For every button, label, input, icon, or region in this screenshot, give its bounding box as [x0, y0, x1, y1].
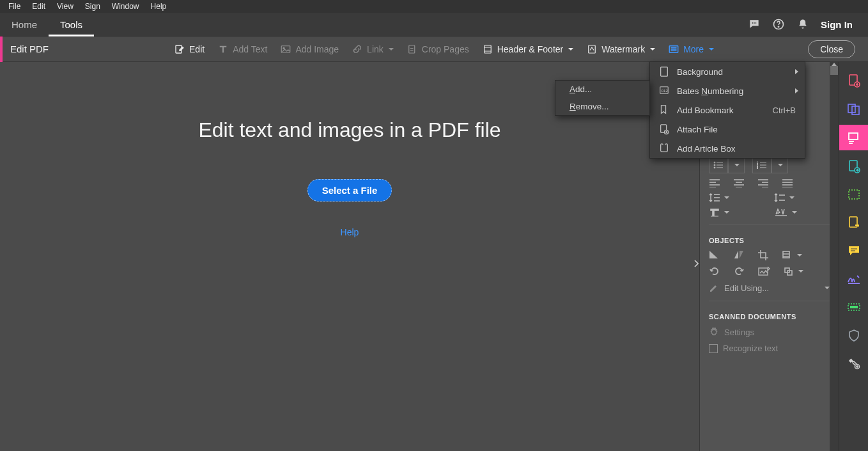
horizontal-scale-button[interactable] — [709, 208, 729, 217]
menu-bates-label: Bates Numbering — [677, 86, 743, 96]
help-link[interactable]: Help — [341, 227, 359, 237]
menu-bookmark[interactable]: Add Bookmark Ctrl+B — [650, 100, 805, 120]
menu-help[interactable]: Help — [145, 1, 173, 12]
tb-edit[interactable]: Edit — [174, 44, 205, 55]
tb-watermark[interactable]: Watermark — [586, 44, 655, 55]
crop-icon — [407, 44, 418, 55]
svg-point-0 — [752, 22, 754, 24]
tb-addimage[interactable]: Add Image — [280, 44, 339, 55]
spacing-row — [709, 193, 830, 203]
recognize-text-row[interactable]: Recognize text — [709, 344, 830, 353]
svg-rect-10 — [589, 45, 596, 53]
menu-file[interactable]: File — [3, 1, 26, 12]
bulleted-list-dropdown[interactable] — [728, 157, 745, 173]
more-icon — [668, 44, 679, 55]
close-button[interactable]: Close — [808, 40, 855, 58]
ts-protect-icon[interactable] — [847, 328, 861, 342]
watermark-icon — [586, 44, 598, 55]
arrange-button[interactable] — [782, 249, 802, 261]
numbered-list-button[interactable]: 123 — [752, 157, 771, 173]
ts-sticky-icon[interactable] — [847, 244, 861, 258]
svg-rect-29 — [849, 190, 859, 199]
submenu-remove[interactable]: Remove... — [555, 98, 649, 115]
ts-moretools-icon[interactable] — [847, 356, 861, 370]
submenu-add[interactable]: Add... — [555, 81, 649, 98]
select-file-button[interactable]: Select a File — [307, 179, 392, 202]
panel-scrollbar[interactable] — [830, 62, 839, 451]
ts-create-pdf-icon[interactable] — [847, 74, 861, 88]
signin-link[interactable]: Sign In — [821, 19, 853, 30]
tb-headerfooter[interactable]: Header & Footer — [482, 44, 574, 55]
crop-object-button[interactable] — [757, 249, 769, 261]
tb-addtext[interactable]: Add Text — [217, 44, 267, 55]
paragraph-spacing-button[interactable] — [774, 193, 794, 203]
align-row — [709, 178, 830, 187]
headerfooter-icon — [482, 44, 493, 55]
line-spacing-button[interactable] — [709, 193, 729, 203]
scanned-section-label: SCANNED DOCUMENTS — [709, 313, 830, 320]
numbered-list-dropdown[interactable] — [771, 157, 788, 173]
more-caret-icon — [709, 48, 714, 51]
article-icon — [659, 143, 670, 154]
menu-article[interactable]: Add Article Box — [650, 139, 805, 158]
ts-combine-icon[interactable] — [847, 102, 861, 116]
bates-submenu: Add... Remove... — [555, 80, 650, 116]
settings-row[interactable]: Settings — [709, 327, 830, 337]
flip-horizontal-button[interactable] — [733, 249, 745, 261]
tab-tools[interactable]: Tools — [49, 13, 94, 36]
align-right-button[interactable] — [757, 178, 769, 187]
background-icon — [659, 66, 670, 77]
menu-attach[interactable]: Attach File — [650, 120, 805, 139]
link-icon — [352, 44, 363, 55]
help-icon[interactable] — [772, 18, 785, 31]
ts-sign-icon[interactable] — [847, 272, 861, 286]
tb-more[interactable]: More — [668, 44, 714, 55]
menu-bates[interactable]: 012 Bates Numbering — [650, 81, 805, 100]
flip-vertical-button[interactable] — [709, 249, 720, 261]
svg-rect-34 — [661, 67, 668, 76]
tb-watermark-label: Watermark — [601, 44, 645, 54]
panel-collapse-arrow[interactable] — [693, 257, 699, 270]
scroll-thumb[interactable] — [830, 66, 838, 75]
ts-edit-pdf-icon[interactable] — [839, 125, 869, 150]
ts-comment-icon[interactable] — [847, 216, 861, 230]
bulleted-list-button[interactable] — [709, 157, 728, 173]
replace-image-button[interactable] — [757, 266, 770, 276]
svg-point-13 — [714, 164, 715, 166]
bell-icon[interactable] — [796, 18, 809, 31]
submenu-add-label: Add... — [570, 84, 592, 94]
char-spacing-button[interactable] — [774, 208, 797, 217]
tb-crop[interactable]: Crop Pages — [407, 44, 469, 55]
tab-home[interactable]: Home — [0, 13, 49, 36]
list-buttons-row: 123 — [709, 157, 830, 173]
align-objects-button[interactable] — [783, 266, 803, 276]
menu-sign[interactable]: Sign — [79, 1, 106, 12]
menu-window[interactable]: Window — [106, 1, 145, 12]
svg-rect-8 — [409, 45, 415, 53]
svg-point-7 — [283, 47, 284, 49]
ts-export-icon[interactable] — [847, 159, 861, 173]
align-center-button[interactable] — [733, 178, 745, 187]
recognize-checkbox[interactable] — [709, 344, 718, 353]
tool-title: Edit PDF — [3, 44, 59, 54]
rotate-ccw-button[interactable] — [709, 266, 720, 276]
svg-point-12 — [714, 162, 715, 163]
ts-redact-icon[interactable] — [847, 300, 861, 314]
chat-icon[interactable] — [748, 18, 761, 31]
align-justify-button[interactable] — [782, 178, 793, 187]
menu-background[interactable]: Background — [650, 62, 805, 81]
menu-edit[interactable]: Edit — [26, 1, 51, 12]
svg-text:012: 012 — [662, 88, 669, 93]
tb-more-label: More — [683, 44, 704, 54]
edit-using-label: Edit Using... — [724, 283, 769, 293]
ts-organize-icon[interactable] — [847, 187, 861, 202]
menu-view[interactable]: View — [51, 1, 79, 12]
edit-using-dropdown[interactable]: Edit Using... — [709, 283, 830, 293]
attach-icon — [659, 123, 670, 135]
tb-link[interactable]: Link — [352, 44, 394, 55]
wm-caret-icon — [650, 48, 655, 51]
align-left-button[interactable] — [709, 178, 720, 187]
rotate-cw-button[interactable] — [733, 266, 745, 276]
bates-icon: 012 — [659, 85, 670, 97]
scale-row — [709, 208, 830, 217]
